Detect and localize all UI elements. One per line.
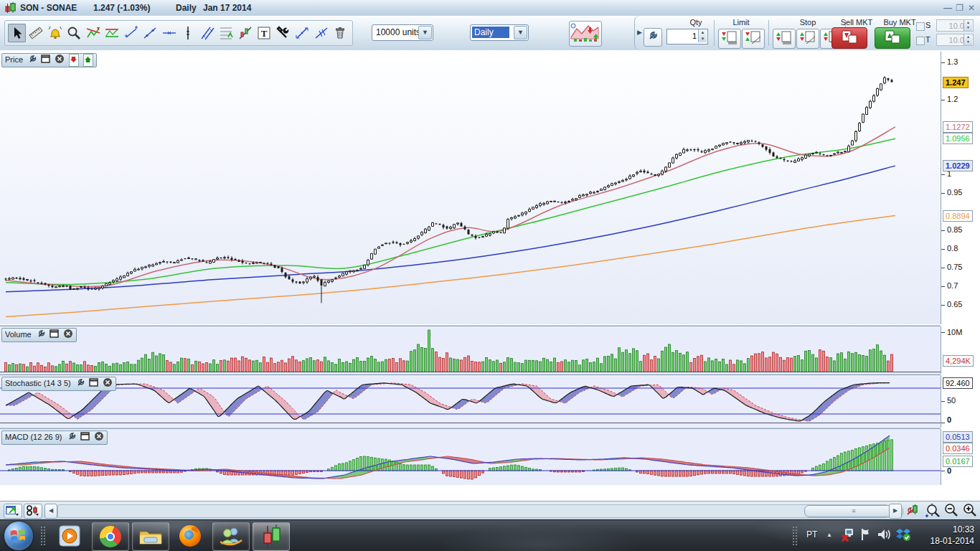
chevron-down-icon[interactable]: ▼ [514, 26, 527, 39]
period-dropdown[interactable]: Daily ▼ [470, 24, 529, 41]
segment-tool[interactable] [122, 24, 140, 42]
volume-chart-canvas[interactable] [0, 326, 941, 374]
taskbar-chrome[interactable] [92, 522, 129, 551]
window-icon[interactable] [50, 329, 59, 341]
dropbox-icon[interactable] [895, 527, 911, 545]
s-spinner[interactable]: ▲▼ [963, 20, 972, 31]
wrench-icon[interactable] [67, 432, 76, 444]
chrome-icon [108, 534, 113, 540]
detach-chart-button[interactable] [4, 504, 22, 519]
t-spinner[interactable]: ▲▼ [963, 34, 972, 45]
chevron-down-icon[interactable]: ▼ [418, 26, 432, 39]
taskbar-messenger[interactable] [212, 522, 250, 551]
delete-drawings-tool[interactable] [331, 24, 349, 42]
qty-input[interactable]: 1 ▲▼ [666, 29, 708, 44]
stop-limit-button[interactable] [796, 29, 819, 49]
macd-chart-canvas[interactable] [0, 429, 941, 485]
action-center-flag-icon[interactable] [859, 527, 872, 545]
window-icon[interactable] [41, 55, 50, 66]
close-circle-icon[interactable] [94, 431, 104, 444]
window-titlebar: SON - SONAE 1.247 (-1.03%) Daily Jan 17 … [0, 0, 980, 17]
free-arrows-tool[interactable] [293, 24, 311, 42]
stop-order-button[interactable] [773, 29, 796, 49]
channel-detector-tool[interactable] [103, 24, 121, 42]
macd-hist-box: 0.0167 [943, 456, 973, 467]
ruler-tool[interactable] [27, 24, 45, 42]
pitchfork-tool[interactable] [236, 24, 254, 42]
price-tick-label: 1.3 [947, 57, 958, 66]
window-icon[interactable] [89, 378, 98, 390]
close-circle-icon[interactable] [63, 329, 73, 342]
arrow-up-green-icon[interactable] [83, 54, 93, 67]
zoom-in-icon[interactable] [962, 503, 978, 521]
scroll-left-button[interactable]: ◀ [44, 504, 57, 519]
arrow-down-red-icon[interactable] [69, 54, 79, 67]
close-button[interactable]: ✕ [964, 0, 979, 16]
strike-line-tool[interactable] [312, 24, 330, 42]
target-checkbox[interactable] [916, 37, 925, 45]
wrench-icon[interactable] [36, 329, 45, 342]
price-level-box: 1.0229 [943, 160, 973, 171]
start-button[interactable] [4, 522, 33, 550]
language-indicator[interactable]: PT [806, 529, 817, 540]
text-note-tool[interactable]: T [255, 24, 273, 42]
link-instrument-button[interactable] [24, 504, 42, 519]
stochastic-chart-canvas[interactable] [0, 375, 941, 428]
chart-style-button[interactable] [569, 21, 602, 47]
target-distance-field[interactable]: 10.0 ▲▼ [936, 34, 974, 46]
taskbar-prorealtime[interactable] [253, 522, 290, 551]
cursor-tool[interactable] [8, 24, 26, 42]
price-level-box: 0.8894 [943, 210, 973, 222]
vertical-line-tool[interactable] [179, 24, 197, 42]
network-error-icon[interactable] [841, 527, 855, 545]
volume-icon[interactable] [877, 527, 892, 545]
buy-limit-button[interactable] [742, 29, 765, 49]
volume-axis: 10M 4,294K [941, 326, 980, 374]
wrench-icon[interactable] [75, 378, 85, 390]
taskbar-media-player[interactable] [52, 522, 88, 550]
buy-market-button[interactable] [875, 27, 910, 49]
fibonacci-levels-tool[interactable] [217, 24, 235, 42]
close-circle-icon[interactable] [103, 377, 113, 390]
scrollbar-track[interactable]: ≡ [57, 504, 888, 518]
sell-limit-button[interactable] [718, 29, 741, 49]
taskbar-clock[interactable]: 10:33 18-01-2014 [930, 524, 974, 547]
taskbar-explorer[interactable] [132, 522, 169, 551]
limit-label: Limit [718, 18, 764, 27]
macd-panel-title: MACD (12 26 9) [5, 433, 62, 441]
ruler-icon [28, 25, 44, 41]
collapse-arrow-icon[interactable]: ▶ [637, 29, 642, 36]
horizontal-line-tool[interactable] [160, 24, 178, 42]
price-scale-settings-icon[interactable] [905, 504, 920, 520]
units-dropdown[interactable]: 10000 units ▼ [372, 24, 433, 41]
hidden-icons-arrow[interactable]: ▲ [826, 532, 832, 538]
alert-bell-tool[interactable] [46, 24, 64, 42]
alert-bell-icon [47, 25, 63, 41]
buy-doc-icon [875, 28, 908, 47]
free-arrows-icon [294, 25, 310, 41]
scroll-right-button[interactable]: ▶ [889, 504, 902, 519]
order-settings-button[interactable] [644, 28, 662, 47]
qty-spinner[interactable]: ▲▼ [698, 29, 707, 42]
wrench-icon[interactable] [27, 55, 37, 67]
window-icon[interactable] [80, 432, 90, 443]
price-level-box: 1.0956 [943, 133, 973, 144]
zoom-tool[interactable] [65, 24, 83, 42]
trend-line-tool[interactable] [141, 24, 159, 42]
stop-checkbox[interactable] [916, 22, 925, 31]
qty-label: Qty [678, 18, 714, 27]
taskbar-firefox[interactable] [172, 522, 208, 550]
stop-distance-field[interactable]: 10.0 ▲▼ [936, 19, 974, 32]
price-chart-canvas[interactable] [0, 52, 941, 324]
close-circle-icon[interactable] [55, 54, 65, 67]
pitchfork-icon [237, 25, 253, 41]
volume-scale-label: 10M [947, 328, 962, 336]
parallel-lines-tool[interactable] [198, 24, 216, 42]
pattern-detector-tool[interactable] [84, 24, 102, 42]
drawing-tools-tool[interactable] [274, 24, 292, 42]
mini-chart-icon [570, 22, 600, 44]
stochastic-panel-title: Stochastic (14 3 5) [5, 379, 71, 387]
zoom-out-icon[interactable] [943, 503, 959, 521]
zoom-fit-icon[interactable] [924, 503, 941, 521]
sell-market-button[interactable] [831, 27, 867, 49]
